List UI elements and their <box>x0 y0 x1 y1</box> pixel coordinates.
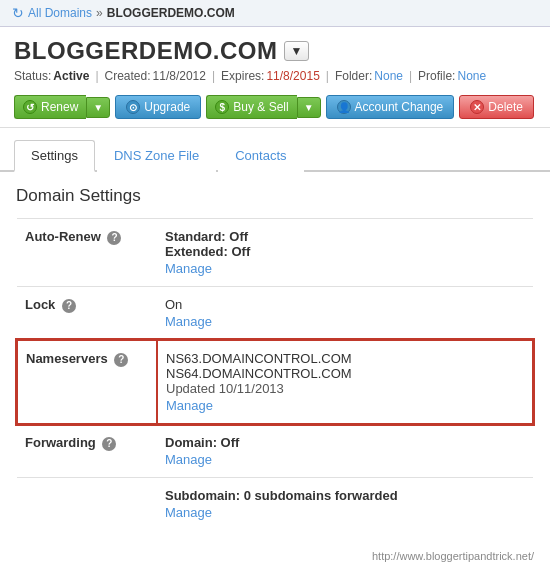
delete-button[interactable]: ✕ Delete <box>459 95 534 119</box>
auto-renew-value: Standard: Off Extended: Off Manage <box>157 219 533 287</box>
domain-title: BLOGGERDEMO.COM <box>14 37 278 65</box>
forwarding-help-icon[interactable]: ? <box>102 437 116 451</box>
subdomain-value: Subdomain: 0 subdomains forwarded Manage <box>157 478 533 531</box>
refresh-icon[interactable]: ↻ <box>12 5 24 21</box>
auto-renew-extended: Extended: Off <box>165 244 525 259</box>
lock-help-icon[interactable]: ? <box>62 299 76 313</box>
delete-label: Delete <box>488 100 523 114</box>
auto-renew-row: Auto-Renew ? Standard: Off Extended: Off… <box>17 219 533 287</box>
account-change-icon: 👤 <box>337 100 351 114</box>
watermark: http://www.bloggertipandtrick.net/ <box>0 544 550 563</box>
ns-updated: Updated 10/11/2013 <box>166 381 524 396</box>
lock-value: On Manage <box>157 287 533 341</box>
breadcrumb-all-domains[interactable]: All Domains <box>28 6 92 20</box>
tab-settings[interactable]: Settings <box>14 140 95 172</box>
buy-sell-dropdown-arrow[interactable]: ▼ <box>297 97 321 118</box>
expires-label: Expires: <box>221 69 264 83</box>
subdomain-row: Subdomain: 0 subdomains forwarded Manage <box>17 478 533 531</box>
lock-label: Lock ? <box>17 287 157 341</box>
renew-dropdown-arrow[interactable]: ▼ <box>86 97 110 118</box>
content-area: Domain Settings Auto-Renew ? Standard: O… <box>0 172 550 544</box>
auto-renew-manage-link[interactable]: Manage <box>165 261 525 276</box>
expires-value[interactable]: 11/8/2015 <box>266 69 319 83</box>
forwarding-label: Forwarding ? <box>17 424 157 478</box>
breadcrumb-separator: » <box>96 6 103 20</box>
ns2: NS64.DOMAINCONTROL.COM <box>166 366 524 381</box>
settings-table: Auto-Renew ? Standard: Off Extended: Off… <box>16 218 534 530</box>
lock-row: Lock ? On Manage <box>17 287 533 341</box>
account-change-label: Account Change <box>355 100 444 114</box>
buy-sell-button[interactable]: $ Buy & Sell <box>206 95 296 119</box>
forwarding-row: Forwarding ? Domain: Off Manage <box>17 424 533 478</box>
renew-button[interactable]: ↺ Renew <box>14 95 86 119</box>
created-value: 11/8/2012 <box>153 69 206 83</box>
account-change-button[interactable]: 👤 Account Change <box>326 95 455 119</box>
tab-contacts[interactable]: Contacts <box>218 140 303 172</box>
section-title: Domain Settings <box>16 186 534 206</box>
profile-label: Profile: <box>418 69 455 83</box>
actions-row: ↺ Renew ▼ ⊙ Upgrade $ Buy & Sell ▼ 👤 Acc… <box>14 91 536 121</box>
sep3: | <box>326 69 329 83</box>
upgrade-button[interactable]: ⊙ Upgrade <box>115 95 201 119</box>
nameservers-value: NS63.DOMAINCONTROL.COM NS64.DOMAINCONTRO… <box>157 340 533 424</box>
subdomain-label <box>17 478 157 531</box>
nameservers-row: Nameservers ? NS63.DOMAINCONTROL.COM NS6… <box>17 340 533 424</box>
sep2: | <box>212 69 215 83</box>
profile-value[interactable]: None <box>457 69 486 83</box>
breadcrumb-bar: ↻ All Domains » BLOGGERDEMO.COM <box>0 0 550 27</box>
buy-sell-split-button[interactable]: $ Buy & Sell ▼ <box>206 95 320 119</box>
forwarding-manage-link[interactable]: Manage <box>165 452 525 467</box>
main-header: BLOGGERDEMO.COM ▼ Status: Active | Creat… <box>0 27 550 128</box>
lock-manage-link[interactable]: Manage <box>165 314 525 329</box>
forwarding-value: Domain: Off Manage <box>157 424 533 478</box>
tabs-bar: Settings DNS Zone File Contacts <box>0 138 550 172</box>
tab-dns-zone-file[interactable]: DNS Zone File <box>97 140 216 172</box>
auto-renew-help-icon[interactable]: ? <box>107 231 121 245</box>
status-value: Active <box>53 69 89 83</box>
subdomain-status: Subdomain: 0 subdomains forwarded <box>165 488 525 503</box>
auto-renew-label: Auto-Renew ? <box>17 219 157 287</box>
folder-label: Folder: <box>335 69 372 83</box>
renew-icon: ↺ <box>23 100 37 114</box>
domain-dropdown-button[interactable]: ▼ <box>284 41 310 61</box>
nameservers-help-icon[interactable]: ? <box>114 353 128 367</box>
nameservers-label: Nameservers ? <box>17 340 157 424</box>
created-label: Created: <box>105 69 151 83</box>
sep4: | <box>409 69 412 83</box>
nameservers-manage-link[interactable]: Manage <box>166 398 524 413</box>
folder-value[interactable]: None <box>374 69 403 83</box>
breadcrumb-current: BLOGGERDEMO.COM <box>107 6 235 20</box>
upgrade-label: Upgrade <box>144 100 190 114</box>
buy-sell-icon: $ <box>215 100 229 114</box>
upgrade-icon: ⊙ <box>126 100 140 114</box>
sep1: | <box>95 69 98 83</box>
ns1: NS63.DOMAINCONTROL.COM <box>166 351 524 366</box>
subdomain-manage-link[interactable]: Manage <box>165 505 525 520</box>
renew-label: Renew <box>41 100 78 114</box>
auto-renew-standard: Standard: Off <box>165 229 525 244</box>
status-row: Status: Active | Created: 11/8/2012 | Ex… <box>14 69 536 83</box>
buy-sell-label: Buy & Sell <box>233 100 288 114</box>
domain-title-row: BLOGGERDEMO.COM ▼ <box>14 37 536 65</box>
delete-icon: ✕ <box>470 100 484 114</box>
lock-status: On <box>165 297 525 312</box>
status-label: Status: <box>14 69 51 83</box>
renew-split-button[interactable]: ↺ Renew ▼ <box>14 95 110 119</box>
forwarding-domain: Domain: Off <box>165 435 525 450</box>
